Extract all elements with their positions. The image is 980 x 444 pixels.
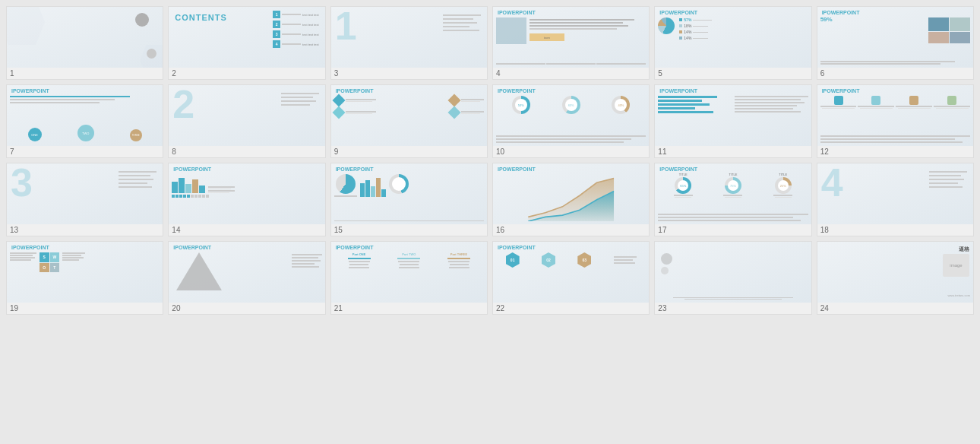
slide19-number: 19 <box>7 303 163 314</box>
slide14-brand: IPOWERPOINT <box>173 166 211 172</box>
slide-24[interactable]: 逼格 image www.tretars.com 24 <box>817 241 974 315</box>
slide6-images <box>928 17 970 43</box>
slide8-lines <box>281 93 319 106</box>
slide8-number: 8 <box>169 146 324 157</box>
slide19-content: S W O T <box>10 252 160 272</box>
slide-21[interactable]: IPOWERPOINT Part ONE Part TWO <box>330 241 488 315</box>
slide22-hexagons: 01 02 03 <box>496 252 646 268</box>
slide22-number: 22 <box>493 303 649 314</box>
slide4-content: icon <box>530 19 646 41</box>
slide21-brand: IPOWERPOINT <box>336 245 374 250</box>
slide-8[interactable]: 2 8 <box>168 84 325 158</box>
slide13-lines <box>119 171 156 188</box>
slide11-number: 11 <box>655 146 811 157</box>
slide17-text <box>658 214 808 221</box>
slide-19[interactable]: IPOWERPOINT S W O T <box>6 241 163 315</box>
slide-12[interactable]: IPOWERPOINT <box>817 84 974 158</box>
slide6-number: 6 <box>817 68 973 79</box>
slide17-brand: IPOWERPOINT <box>659 166 697 172</box>
slide2-number: 2 <box>169 68 324 79</box>
slide4-number: 4 <box>493 68 649 79</box>
slide-6[interactable]: IPOWERPOINT 59% 6 <box>817 6 974 80</box>
slide24-number: 24 <box>817 303 973 314</box>
slide-9[interactable]: IPOWERPOINT <box>330 84 488 158</box>
slide-3[interactable]: 1 3 <box>330 6 488 80</box>
slide9-diamonds2 <box>450 96 484 117</box>
slide24-logo: 逼格 image <box>943 246 969 277</box>
slide18-lines <box>929 171 967 188</box>
slide-2[interactable]: CONTENTS 1text text text 2text text text… <box>168 6 325 80</box>
slide14-content <box>172 174 321 198</box>
slide14-number: 14 <box>169 224 324 236</box>
slide5-pcts: 57% 18% 14% 14% <box>679 17 712 40</box>
slide23-text <box>658 297 808 300</box>
slide20-number: 20 <box>169 303 324 314</box>
slide-10[interactable]: IPOWERPOINT 50% 60% 40% <box>492 84 650 158</box>
slide5-number: 5 <box>655 68 811 79</box>
slide23-circles-small <box>661 253 672 274</box>
slide21-number: 21 <box>331 303 487 314</box>
slide16-number: 16 <box>493 224 649 236</box>
slide4-brand: IPOWERPOINT <box>498 10 536 15</box>
slide5-pie <box>658 17 675 34</box>
slide17-number: 17 <box>655 224 811 236</box>
slide20-triangle <box>176 252 222 290</box>
slide17-circles: TITLE 65% TITLE 75% TITLE <box>658 173 808 198</box>
slide24-title: 逼格 <box>959 246 969 253</box>
slide7-brand: IPOWERPOINT <box>11 88 49 94</box>
watermark-text: www.tretars.com <box>947 293 970 297</box>
slide-14[interactable]: IPOWERPOINT <box>168 163 325 236</box>
slide20-lines <box>292 254 322 268</box>
slide-18[interactable]: 4 18 <box>817 163 974 236</box>
slide7-circles: ONE TWO THREE <box>10 125 160 141</box>
slide5-brand: IPOWERPOINT <box>659 10 697 15</box>
slide-1[interactable]: TEMPLATE POWERPOINT 关于 我者 1 <box>6 6 163 80</box>
slide6-pct: 59% <box>820 16 833 23</box>
slide-7[interactable]: IPOWERPOINT ONE TWO THREE 7 <box>6 84 163 158</box>
slide3-num: 1 <box>335 7 357 49</box>
slide7-bars <box>10 96 160 103</box>
slide2-contents: CONTENTS <box>175 13 227 22</box>
slide9-diamonds <box>334 96 376 117</box>
slide15-charts <box>334 174 484 197</box>
slide11-content <box>658 96 808 113</box>
slide-grid: TEMPLATE POWERPOINT 关于 我者 1 CONTENTS 1te… <box>0 0 980 321</box>
slide8-num: 2 <box>172 85 194 127</box>
slide10-number: 10 <box>493 146 649 157</box>
slide18-number: 18 <box>817 224 973 236</box>
slide-17[interactable]: IPOWERPOINT TITLE 65% TITLE 75% <box>654 163 811 236</box>
slide15-brand: IPOWERPOINT <box>336 166 374 172</box>
slide13-num: 3 <box>11 163 33 205</box>
slide-11[interactable]: IPOWERPOINT 11 <box>654 84 811 158</box>
slide16-brand: IPOWERPOINT <box>498 166 536 172</box>
slide15-number: 15 <box>331 224 487 236</box>
slide13-number: 13 <box>7 224 163 236</box>
slide-5[interactable]: IPOWERPOINT 57% 18% 14% 14% 5 <box>654 6 811 80</box>
slide6-text <box>820 61 970 65</box>
slide16-chart <box>496 174 646 221</box>
slide9-brand: IPOWERPOINT <box>336 88 374 94</box>
slide12-number: 12 <box>817 146 973 157</box>
slide12-text <box>820 135 970 143</box>
slide12-icons <box>820 96 970 109</box>
slide3-number: 3 <box>331 68 487 79</box>
slide-13[interactable]: 3 13 <box>6 163 163 236</box>
slide9-number: 9 <box>331 146 487 157</box>
slide7-number: 7 <box>7 146 163 157</box>
slide4-bottom <box>496 63 646 65</box>
slide21-parts: Part ONE Part TWO Part THREE <box>334 252 484 268</box>
slide19-brand: IPOWERPOINT <box>11 245 49 250</box>
slide-15[interactable]: IPOWERPOINT <box>330 163 488 236</box>
slide22-brand: IPOWERPOINT <box>498 245 536 250</box>
slide-16[interactable]: IPOWERPOINT <box>492 163 650 236</box>
slide-20[interactable]: IPOWERPOINT 20 <box>168 241 325 315</box>
slide6-brand: IPOWERPOINT <box>822 10 860 15</box>
slide3-lines <box>443 14 481 31</box>
slide-22[interactable]: IPOWERPOINT 01 02 03 22 <box>492 241 650 315</box>
slide-4[interactable]: IPOWERPOINT icon 4 <box>492 6 650 80</box>
slide12-brand: IPOWERPOINT <box>822 88 860 94</box>
contents-list: 1text text text 2text text text 3text te… <box>273 11 319 48</box>
slide-23[interactable]: THANKS 23 <box>654 241 811 315</box>
slide18-num: 4 <box>821 163 843 205</box>
slide10-circles: 50% 60% 40% <box>496 96 646 114</box>
